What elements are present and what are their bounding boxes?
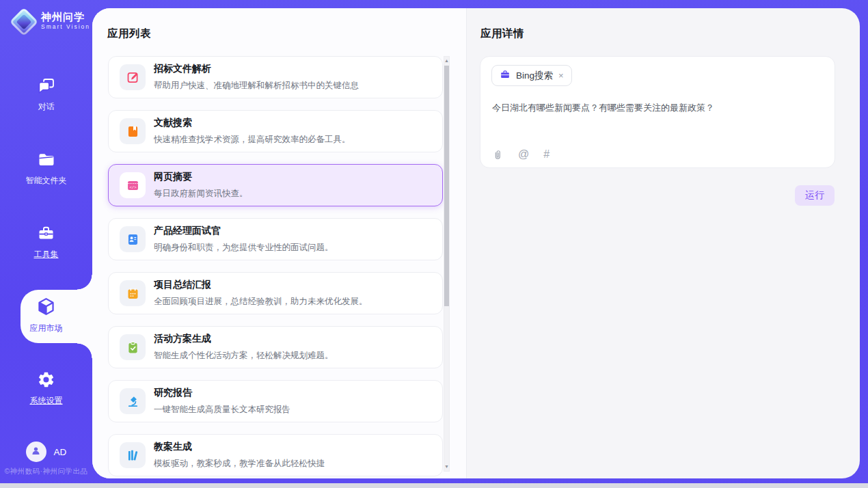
app-list-panel: 应用列表 招标文件解析 帮助用户快速、准确地理解和解析招标书中的关键信息 bbox=[92, 8, 467, 478]
hash-icon[interactable]: # bbox=[543, 148, 550, 161]
brand-logo: 神州问学 Smart Vision bbox=[11, 9, 90, 32]
app-card-event-plan[interactable]: 活动方案生成 智能生成个性化活动方案，轻松解决规划难题。 bbox=[108, 326, 443, 368]
toolbox-icon bbox=[37, 224, 55, 243]
app-desc: 每日政府新闻资讯快查。 bbox=[154, 188, 248, 200]
diamond-logo-icon bbox=[10, 8, 38, 36]
sidebar-item-label: 智能文件夹 bbox=[0, 175, 92, 187]
brand-name: 神州问学 bbox=[41, 11, 90, 23]
calendar-icon bbox=[120, 280, 146, 306]
avatar bbox=[26, 442, 46, 462]
sidebar: 神州问学 Smart Vision 对话 智能文件夹 工具集 bbox=[0, 0, 92, 483]
app-desc: 帮助用户快速、准确地理解和解析招标书中的关键信息 bbox=[154, 80, 359, 92]
sidebar-item-chat[interactable]: 对话 bbox=[0, 77, 92, 113]
app-title: 文献搜索 bbox=[154, 117, 351, 129]
app-desc: 快速精准查找学术资源，提高研究效率的必备工具。 bbox=[154, 134, 351, 146]
scrollbar-up-arrow[interactable]: ▲ bbox=[444, 57, 449, 64]
at-icon[interactable]: @ bbox=[518, 148, 529, 161]
app-title: 项目总结汇报 bbox=[154, 279, 368, 291]
main-content: 应用列表 招标文件解析 帮助用户快速、准确地理解和解析招标书中的关键信息 bbox=[92, 8, 860, 478]
app-detail-title: 应用详情 bbox=[480, 27, 524, 41]
app-card-project-summary[interactable]: 项目总结汇报 全面回顾项目进展，总结经验教训，助力未来优化发展。 bbox=[108, 272, 443, 314]
prompt-text[interactable]: 今日湖北有哪些新闻要点？有哪些需要关注的最新政策？ bbox=[492, 102, 824, 114]
cube-icon bbox=[36, 297, 56, 315]
app-title: 网页摘要 bbox=[154, 171, 248, 183]
app-card-lesson-plan[interactable]: 教案生成 模板驱动，教案秒成，教学准备从此轻松快捷 bbox=[108, 434, 443, 476]
interviewer-icon bbox=[120, 226, 146, 252]
sidebar-item-label: 对话 bbox=[0, 101, 92, 113]
app-card-pm-interviewer[interactable]: 产品经理面试官 明确身份和职责，为您提供专业性的面试问题。 bbox=[108, 218, 443, 260]
app-desc: 明确身份和职责，为您提供专业性的面试问题。 bbox=[154, 242, 334, 254]
briefcase-icon bbox=[500, 69, 511, 83]
folder-icon bbox=[37, 150, 55, 169]
user-account[interactable]: AD bbox=[0, 442, 92, 462]
app-desc: 全面回顾项目进展，总结经验教训，助力未来优化发展。 bbox=[154, 296, 368, 308]
app-list-title: 应用列表 bbox=[107, 27, 151, 41]
user-name: AD bbox=[54, 447, 67, 457]
brand-subtitle: Smart Vision bbox=[41, 23, 90, 30]
app-list: 招标文件解析 帮助用户快速、准确地理解和解析招标书中的关键信息 文献搜索 快速精… bbox=[108, 56, 443, 478]
microscope-icon bbox=[120, 388, 146, 414]
gear-icon bbox=[37, 370, 55, 389]
prompt-card: Bing搜索 × 今日湖北有哪些新闻要点？有哪些需要关注的最新政策？ @ # bbox=[480, 56, 835, 168]
app-desc: 一键智能生成高质量长文本研究报告 bbox=[154, 404, 290, 416]
person-icon bbox=[30, 445, 42, 459]
app-title: 研究报告 bbox=[154, 387, 290, 399]
sidebar-item-label: 工具集 bbox=[0, 249, 92, 260]
app-desc: 智能生成个性化活动方案，轻松解决规划难题。 bbox=[154, 350, 334, 362]
sidebar-item-label: 应用市场 bbox=[0, 323, 92, 334]
run-button[interactable]: 运行 bbox=[795, 185, 835, 206]
close-icon[interactable]: × bbox=[558, 71, 564, 80]
app-title: 教案生成 bbox=[154, 441, 325, 453]
app-card-bid-document-analysis[interactable]: 招标文件解析 帮助用户快速、准确地理解和解析招标书中的关键信息 bbox=[108, 56, 443, 98]
edit-document-icon bbox=[120, 64, 146, 90]
browser-code-icon: </> bbox=[120, 172, 146, 198]
app-list-scrollbar[interactable]: ▲ ▼ bbox=[444, 56, 450, 472]
book-icon bbox=[120, 118, 146, 144]
app-card-research-report[interactable]: 研究报告 一键智能生成高质量长文本研究报告 bbox=[108, 380, 443, 422]
scrollbar-down-arrow[interactable]: ▼ bbox=[444, 463, 449, 470]
prompt-toolbar: @ # bbox=[492, 148, 550, 161]
app-card-literature-search[interactable]: 文献搜索 快速精准查找学术资源，提高研究效率的必备工具。 bbox=[108, 110, 443, 152]
clipboard-check-icon bbox=[120, 334, 146, 360]
app-title: 招标文件解析 bbox=[154, 63, 359, 75]
app-frame: 神州问学 Smart Vision 对话 智能文件夹 工具集 bbox=[0, 0, 868, 483]
app-card-web-summary[interactable]: </> 网页摘要 每日政府新闻资讯快查。 bbox=[108, 164, 443, 206]
tool-tag-bing-search[interactable]: Bing搜索 × bbox=[491, 65, 572, 86]
app-title: 活动方案生成 bbox=[154, 333, 334, 345]
tool-tag-label: Bing搜索 bbox=[516, 70, 553, 82]
chat-icon bbox=[37, 77, 55, 95]
sidebar-item-label: 系统设置 bbox=[0, 395, 92, 407]
paperclip-icon[interactable] bbox=[492, 149, 504, 161]
sidebar-item-smart-folder[interactable]: 智能文件夹 bbox=[0, 150, 92, 187]
books-icon bbox=[120, 442, 146, 468]
app-desc: 模板驱动，教案秒成，教学准备从此轻松快捷 bbox=[154, 458, 325, 470]
copyright-footer: ©神州数码·神州问学出品 bbox=[0, 467, 92, 476]
svg-text:</>: </> bbox=[129, 185, 137, 189]
app-detail-panel: 应用详情 Bing搜索 × 今日湖北有哪些新闻要点？有哪些需要关注的最新政策？ … bbox=[467, 8, 860, 478]
sidebar-item-app-market[interactable]: 应用市场 bbox=[0, 297, 92, 334]
sidebar-item-toolset[interactable]: 工具集 bbox=[0, 224, 92, 260]
sidebar-item-settings[interactable]: 系统设置 bbox=[0, 370, 92, 407]
app-title: 产品经理面试官 bbox=[154, 225, 334, 237]
scrollbar-thumb[interactable] bbox=[444, 66, 449, 306]
